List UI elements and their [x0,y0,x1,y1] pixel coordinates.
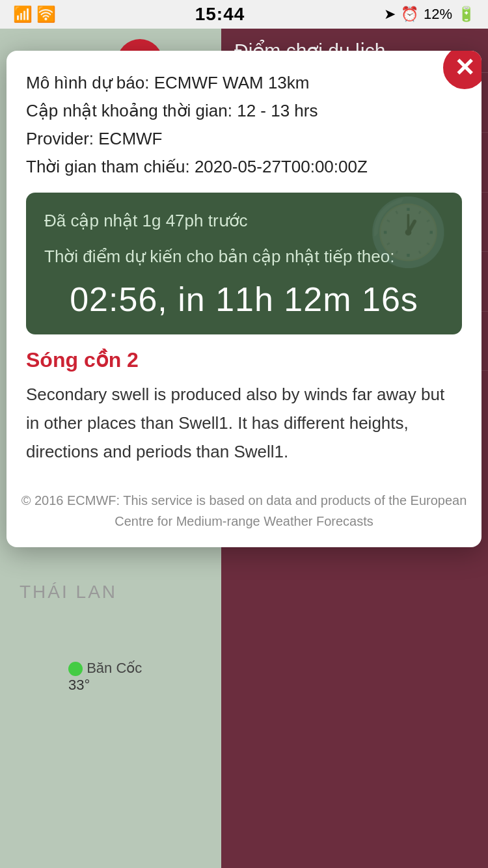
signal-icon: 📶 [13,5,33,23]
bangkok-pin [68,662,83,676]
model-info-line-2: Cập nhật khoảng thời gian: 12 - 13 hrs [26,98,462,124]
alarm-icon: ⏰ [401,6,418,23]
swell-section-text: Secondary swell is produced also by wind… [26,380,462,467]
status-right-area: ➤ ⏰ 12% 🔋 [384,6,475,23]
modal-content: Mô hình dự báo: ECMWF WAM 13km Cập nhật … [7,51,481,480]
model-info-line-3: Provider: ECMWF [26,126,462,152]
bangkok-text: Băn Cốc [87,660,142,676]
modal-footer: © 2016 ECMWF: This service is based on d… [7,480,481,547]
status-bar: 📶 🛜 15:44 ➤ ⏰ 12% 🔋 [0,0,488,29]
next-update-time: 02:56, in 11h 12m 16s [44,280,444,319]
model-info-line-4: Thời gian tham chiếu: 2020-05-27T00:00:0… [26,154,462,180]
clock-bg-icon: 🕐 [368,199,449,264]
swell-section-title: Sóng cồn 2 [26,347,462,372]
bangkok-temp: 33° [68,677,90,693]
modal-close-icon: ✕ [454,55,475,80]
update-time-card: 🕐 Đã cập nhật 1g 47ph trước Thời điểm dự… [26,193,462,334]
info-modal: ✕ Mô hình dự báo: ECMWF WAM 13km Cập nhậ… [7,51,481,547]
wifi-icon: 🛜 [36,5,56,23]
model-info-line-1: Mô hình dự báo: ECMWF WAM 13km [26,70,462,96]
thai-lan-label: THÁI LAN [20,582,117,603]
battery-icon: 🔋 [457,6,475,23]
bangkok-label: Băn Cốc 33° [68,660,142,694]
signal-wifi-area: 📶 🛜 [13,5,56,23]
battery-percent: 12% [424,6,452,23]
location-icon: ➤ [384,6,396,23]
status-time: 15:44 [195,4,245,25]
